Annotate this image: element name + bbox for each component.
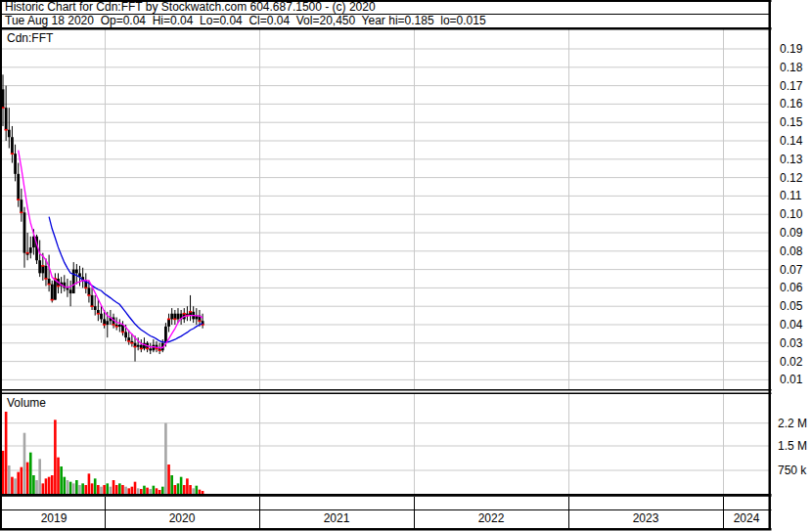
volume-bar: [143, 486, 146, 495]
volume-bar: [124, 487, 127, 495]
year-gridline-price: [105, 29, 106, 389]
candle-body: [11, 137, 14, 154]
price-volume-separator-1: [0, 389, 772, 391]
volume-bar: [8, 465, 11, 495]
close-tick: [84, 288, 87, 289]
year-gridline-volume: [723, 394, 724, 496]
price-gridline: [2, 104, 771, 105]
candle-body: [106, 321, 109, 325]
candle-body: [75, 270, 78, 274]
close-tick: [51, 299, 54, 301]
close-tick: [17, 199, 20, 200]
close-tick: [20, 212, 23, 214]
candle-body: [103, 319, 106, 325]
volume-bar: [21, 467, 23, 495]
volume-bar: [174, 485, 177, 495]
border-bottom: [0, 528, 772, 531]
price-tick-label: 0.05: [780, 300, 802, 312]
price-gridline: [2, 342, 771, 343]
price-tick-label: 0.18: [780, 62, 802, 73]
candle-body: [152, 345, 155, 351]
volume-bar: [189, 485, 192, 495]
year-gridline-volume: [259, 394, 260, 496]
volume-bar: [78, 485, 81, 495]
price-gridline: [2, 361, 771, 362]
close-tick: [133, 346, 136, 348]
price-tick-label: 0.09: [780, 227, 802, 239]
price-volume-separator-2: [0, 393, 772, 395]
close-tick: [57, 286, 60, 288]
year-row-divider: [0, 509, 772, 510]
volume-bar: [180, 477, 183, 495]
price-gridline: [2, 306, 771, 307]
close-tick: [167, 319, 170, 321]
volume-bar: [118, 483, 121, 495]
volume-bar: [131, 487, 134, 495]
volume-gridline: [2, 470, 771, 471]
volume-bar: [177, 483, 180, 495]
candle-body: [72, 270, 75, 293]
candle-body: [8, 130, 11, 138]
close-tick: [11, 153, 14, 155]
volume-bar: [183, 485, 186, 495]
close-tick: [5, 129, 8, 131]
year-cell-divider: [105, 497, 106, 528]
year-gridline-price: [723, 29, 724, 389]
price-tick-label: 0.06: [780, 282, 802, 293]
volume-bar: [67, 480, 69, 495]
year-cell-divider: [568, 497, 569, 528]
close-tick: [140, 348, 143, 350]
candle-body: [41, 266, 44, 274]
close-tick: [173, 319, 176, 321]
volume-bar: [106, 483, 109, 495]
candle-wick: [135, 335, 136, 361]
candle-wick: [116, 317, 117, 330]
volume-bar: [121, 485, 124, 495]
price-tick-label: 0.16: [780, 98, 802, 110]
candle-wick: [95, 295, 96, 316]
volume-bar: [196, 486, 199, 495]
volume-bar: [100, 487, 103, 495]
volume-tick-label: 750 k: [778, 465, 806, 476]
price-gridline: [2, 141, 771, 142]
close-tick: [121, 332, 124, 333]
close-tick: [44, 278, 47, 280]
candle-body: [69, 289, 72, 293]
volume-bar: [153, 486, 156, 495]
volume-bar: [45, 478, 48, 495]
candle-body: [38, 260, 41, 273]
close-tick: [189, 311, 192, 313]
volume-bar: [42, 483, 45, 495]
volume-bar: [97, 485, 100, 495]
candle-wick: [27, 233, 28, 260]
price-tick-label: 0.08: [780, 245, 802, 257]
header-line2: Tue Aug 18 2020 Op=0.04 Hi=0.04 Lo=0.04 …: [5, 15, 486, 26]
volume-bar: [84, 485, 87, 495]
candle-body: [23, 212, 26, 252]
price-tick-label: 0.19: [780, 43, 802, 55]
candle-body: [88, 288, 91, 295]
candle-body: [170, 314, 173, 320]
candle-body: [167, 319, 170, 327]
volume-bar: [51, 475, 54, 495]
year-gridline-price: [568, 29, 569, 389]
volume-bar: [23, 433, 26, 495]
volume-bar: [69, 482, 72, 495]
candle-wick: [76, 264, 77, 285]
close-tick: [26, 252, 29, 254]
volume-bar: [54, 420, 57, 495]
candle-wick: [190, 295, 191, 321]
close-tick: [158, 350, 161, 352]
price-gridline: [2, 85, 771, 86]
price-gridline: [2, 379, 771, 380]
candle-body: [29, 247, 32, 253]
price-gridline: [2, 196, 771, 197]
candle-body: [67, 288, 69, 289]
volume-bar: [167, 465, 170, 495]
candle-wick: [49, 255, 50, 292]
price-gridline: [2, 250, 771, 251]
year-label: 2023: [633, 512, 659, 525]
price-tick-label: 0.01: [780, 374, 802, 385]
border-right: [769, 0, 772, 530]
volume-bar: [11, 477, 14, 495]
